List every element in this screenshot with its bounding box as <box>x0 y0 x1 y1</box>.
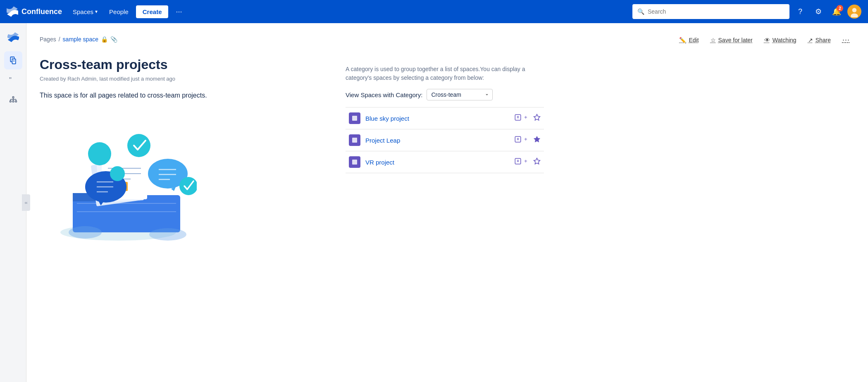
topnav: Confluence Spaces ▾ People Create ··· 🔍 … <box>0 0 868 23</box>
gear-icon: ⚙ <box>815 7 822 16</box>
breadcrumb: Pages / sample space 🔒 📎 <box>40 36 117 43</box>
people-menu-button[interactable]: People <box>105 6 133 18</box>
view-spaces-label: View Spaces with Category: <box>346 91 422 98</box>
svg-rect-57 <box>352 160 357 165</box>
logo-text: Confluence <box>21 7 62 16</box>
space-icon <box>349 112 360 124</box>
space-name-1[interactable]: Blue sky project <box>365 115 509 122</box>
more-button[interactable]: ··· <box>172 5 186 19</box>
space-add-icon-1[interactable]: + <box>524 114 531 122</box>
spaces-list: Blue sky project + <box>346 107 544 173</box>
category-panel: A category is used to group together a l… <box>346 57 544 245</box>
create-button[interactable]: Create <box>136 5 169 18</box>
user-avatar[interactable] <box>847 5 861 19</box>
spaces-menu-button[interactable]: Spaces ▾ <box>69 6 102 18</box>
rail-home-icon[interactable] <box>4 28 22 46</box>
attach-icon: 📎 <box>110 36 117 43</box>
svg-point-42 <box>110 166 125 181</box>
svg-point-43 <box>69 226 102 239</box>
collapse-icon: ‹‹ <box>25 201 28 205</box>
category-info-text: A category is used to group together a l… <box>346 65 544 82</box>
page-content: Cross-team projects Created by Rach Admi… <box>40 57 329 245</box>
more-actions-button[interactable]: ··· <box>837 33 855 47</box>
space-add-icon-2[interactable]: + <box>524 136 531 144</box>
watching-button[interactable]: 👁 Watching <box>759 34 801 46</box>
confluence-logo[interactable]: Confluence <box>7 6 62 17</box>
breadcrumb-pages[interactable]: Pages <box>40 36 56 43</box>
space-add-icon-3[interactable]: + <box>524 158 531 166</box>
svg-rect-11 <box>15 101 17 102</box>
space-open-icon-2[interactable] <box>514 136 522 145</box>
category-select[interactable]: Cross-team Engineering Design Marketing <box>427 89 493 100</box>
space-star-icon-3[interactable] <box>533 158 541 167</box>
edit-button[interactable]: ✏️ Edit <box>674 34 703 46</box>
page-meta: Created by Rach Admin, last modified jus… <box>40 76 329 82</box>
search-icon: 🔍 <box>637 8 644 15</box>
watching-label: Watching <box>773 37 796 43</box>
svg-rect-8 <box>12 97 14 98</box>
rail-pages-item[interactable] <box>4 51 22 69</box>
chevron-down-icon: ▾ <box>95 9 98 14</box>
space-actions-3: + <box>514 158 541 167</box>
view-spaces-row: View Spaces with Category: Cross-team En… <box>346 89 544 100</box>
icon-rail: " ‹‹ <box>0 23 26 382</box>
eye-icon: 👁 <box>764 37 770 43</box>
share-button[interactable]: ↗ Share <box>803 34 836 46</box>
lock-icon: 🔒 <box>101 36 108 43</box>
space-actions-2: + <box>514 136 541 145</box>
page-illustration <box>40 112 197 245</box>
help-button[interactable]: ? <box>793 4 808 19</box>
save-for-later-button[interactable]: ☆ Save for later <box>706 34 758 46</box>
edit-label: Edit <box>689 37 699 43</box>
space-open-icon-1[interactable] <box>514 114 522 123</box>
people-label: People <box>109 8 129 15</box>
space-name-3[interactable]: VR project <box>365 159 509 166</box>
svg-point-34 <box>88 142 111 165</box>
svg-text:+: + <box>524 136 527 142</box>
main-content: Pages / sample space 🔒 📎 ✏️ Edit ☆ Save … <box>26 23 868 382</box>
space-icon-3 <box>349 156 360 168</box>
ellipsis-icon: ··· <box>176 7 182 16</box>
space-open-icon-3[interactable] <box>514 158 522 167</box>
rail-tree-item[interactable] <box>4 91 22 109</box>
svg-rect-10 <box>12 101 14 102</box>
rail-quote-item[interactable]: " <box>4 71 22 89</box>
create-label: Create <box>143 8 162 15</box>
svg-text:": " <box>9 76 12 84</box>
space-row: Blue sky project + <box>346 107 544 129</box>
svg-marker-56 <box>534 136 540 142</box>
space-icon-2 <box>349 134 360 146</box>
space-star-icon-1[interactable] <box>533 114 541 123</box>
space-star-icon-2[interactable] <box>533 136 541 145</box>
search-input[interactable] <box>648 8 785 15</box>
share-icon: ↗ <box>808 37 813 43</box>
page-title: Cross-team projects <box>40 57 329 72</box>
more-icon: ··· <box>842 36 850 44</box>
help-icon: ? <box>798 7 802 16</box>
svg-point-40 <box>127 134 150 157</box>
page-body: This space is for all pages related to c… <box>40 92 329 99</box>
svg-rect-45 <box>352 116 357 121</box>
svg-point-44 <box>149 228 186 241</box>
svg-rect-9 <box>10 101 11 102</box>
spaces-label: Spaces <box>73 8 93 15</box>
content-wrap: Cross-team projects Created by Rach Admi… <box>40 57 855 245</box>
page-actions: ✏️ Edit ☆ Save for later 👁 Watching ↗ Sh… <box>674 33 855 47</box>
notifications-button[interactable]: 🔔 2 <box>829 4 844 19</box>
space-name-2[interactable]: Project Leap <box>365 137 509 144</box>
svg-marker-50 <box>534 115 540 120</box>
share-label: Share <box>816 37 831 43</box>
search-bar: 🔍 <box>632 4 789 19</box>
rail-collapse-button[interactable]: ‹‹ <box>22 194 30 211</box>
svg-point-41 <box>179 177 197 195</box>
breadcrumb-space[interactable]: sample space <box>63 36 98 43</box>
settings-button[interactable]: ⚙ <box>811 4 826 19</box>
space-row: VR project + <box>346 151 544 173</box>
svg-point-1 <box>852 8 857 12</box>
svg-text:+: + <box>524 158 527 164</box>
star-icon: ☆ <box>711 37 716 43</box>
breadcrumb-separator: / <box>59 36 60 43</box>
pencil-icon: ✏️ <box>679 37 686 43</box>
svg-marker-62 <box>534 158 540 164</box>
svg-rect-51 <box>352 138 357 143</box>
